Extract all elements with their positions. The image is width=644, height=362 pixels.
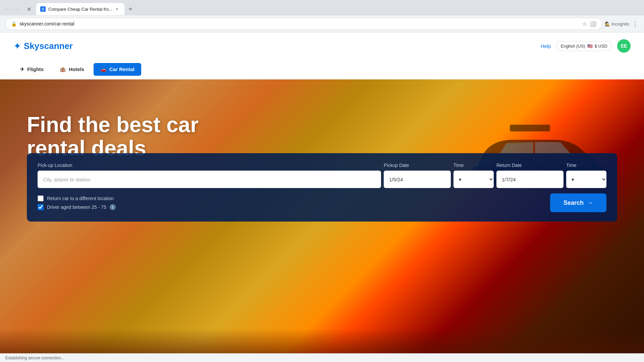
browser-chrome: ← → ✕ S Compare Cheap Car Rental fro... … — [0, 0, 644, 33]
hotels-label: Hotels — [69, 66, 84, 72]
driver-age-info-icon[interactable]: i — [110, 204, 116, 210]
user-avatar[interactable]: EE — [617, 39, 631, 53]
pickup-date-input[interactable] — [384, 171, 451, 188]
driver-age-input[interactable] — [38, 204, 44, 210]
locale-button[interactable]: English (US) 🇺🇸 $ USD — [556, 41, 612, 51]
nav-right: Help English (US) 🇺🇸 $ USD EE — [541, 39, 631, 53]
car-rental-icon: 🚗 — [100, 66, 107, 72]
form-labels-row: Pick-up Location Pickup Date Time Return… — [38, 163, 606, 168]
car-rental-label: Car Rental — [109, 66, 135, 72]
locale-label: English (US) — [561, 44, 585, 49]
tab-hotels[interactable]: 🏨 Hotels — [53, 63, 91, 76]
search-button[interactable]: Search → — [550, 193, 606, 212]
return-different-location-label: Return car to a different location — [47, 196, 114, 201]
return-time-label: Time — [566, 163, 606, 168]
forward-button[interactable]: → — [13, 4, 23, 14]
back-button[interactable]: ← — [3, 4, 12, 14]
tab-favicon: S — [40, 6, 46, 12]
flag-icon: 🇺🇸 — [587, 44, 593, 49]
tab-car-rental[interactable]: 🚗 Car Rental — [94, 63, 141, 76]
url-box[interactable]: 🔒 skyscanner.com/car-rental ☆ ⬜ — [5, 18, 602, 30]
flights-icon: ✈ — [20, 66, 24, 72]
form-inputs-row: ▾ ▾ — [38, 171, 606, 188]
return-date-input[interactable] — [496, 171, 564, 188]
status-bar: Establishing secure connection... — [0, 353, 644, 362]
hero-section: Find the best car rental deals Pick-up L… — [0, 79, 644, 362]
bookmark-icon[interactable]: ☆ — [582, 21, 587, 27]
search-button-label: Search — [564, 199, 584, 206]
search-form: Pick-up Location Pickup Date Time Return… — [27, 153, 617, 222]
tab-close-button[interactable]: × — [114, 6, 120, 12]
search-button-arrow-icon: → — [587, 199, 593, 206]
logo-area: ✦ Skyscanner — [13, 41, 73, 52]
hotels-icon: 🏨 — [60, 66, 66, 72]
more-options-icon[interactable]: ⋮ — [632, 20, 639, 28]
time-label: Time — [453, 163, 494, 168]
logo-icon: ✦ — [13, 41, 21, 52]
site-tabs: ✈ Flights 🏨 Hotels 🚗 Car Rental — [0, 59, 644, 79]
form-bottom-row: Return car to a different location Drive… — [38, 193, 606, 212]
pickup-time-select[interactable]: ▾ — [453, 171, 494, 188]
return-different-location-input[interactable] — [38, 195, 44, 201]
pickup-date-label: Pickup Date — [384, 163, 451, 168]
incognito-label: Incognito — [611, 21, 629, 26]
profile-icon[interactable]: ⬜ — [590, 21, 596, 27]
lock-icon: 🔒 — [11, 21, 17, 26]
site-nav: ✦ Skyscanner Help English (US) 🇺🇸 $ USD … — [0, 33, 644, 59]
return-time-select[interactable]: ▾ — [566, 171, 606, 188]
page-content: ✦ Skyscanner Help English (US) 🇺🇸 $ USD … — [0, 33, 644, 362]
nav-buttons: ← → ✕ — [3, 4, 34, 14]
checkboxes: Return car to a different location Drive… — [38, 195, 116, 210]
url-text: skyscanner.com/car-rental — [19, 21, 580, 26]
tab-title: Compare Cheap Car Rental fro... — [48, 7, 112, 12]
help-link[interactable]: Help — [541, 43, 551, 49]
tab-bar: ← → ✕ S Compare Cheap Car Rental fro... … — [0, 0, 644, 15]
reload-button[interactable]: ✕ — [24, 4, 34, 14]
tab-flights[interactable]: ✈ Flights — [13, 63, 50, 76]
return-date-label: Return Date — [496, 163, 564, 168]
status-message: Establishing secure connection... — [5, 356, 64, 360]
active-tab[interactable]: S Compare Cheap Car Rental fro... × — [36, 3, 124, 15]
pickup-location-input[interactable] — [38, 171, 381, 188]
svg-rect-0 — [510, 125, 550, 131]
incognito-icon: 🕵 — [605, 21, 610, 26]
driver-age-label: Driver aged between 25 - 75 — [47, 204, 106, 210]
flights-label: Flights — [27, 66, 44, 72]
pickup-location-label: Pick-up Location — [38, 163, 381, 168]
incognito-indicator: 🕵 Incognito — [605, 21, 629, 26]
driver-age-checkbox[interactable]: Driver aged between 25 - 75 i — [38, 204, 116, 210]
return-different-location-checkbox[interactable]: Return car to a different location — [38, 195, 116, 201]
currency-label: $ USD — [595, 44, 607, 49]
new-tab-button[interactable]: + — [126, 4, 135, 14]
address-bar: 🔒 skyscanner.com/car-rental ☆ ⬜ 🕵 Incogn… — [0, 15, 644, 32]
logo-text: Skyscanner — [24, 41, 73, 51]
